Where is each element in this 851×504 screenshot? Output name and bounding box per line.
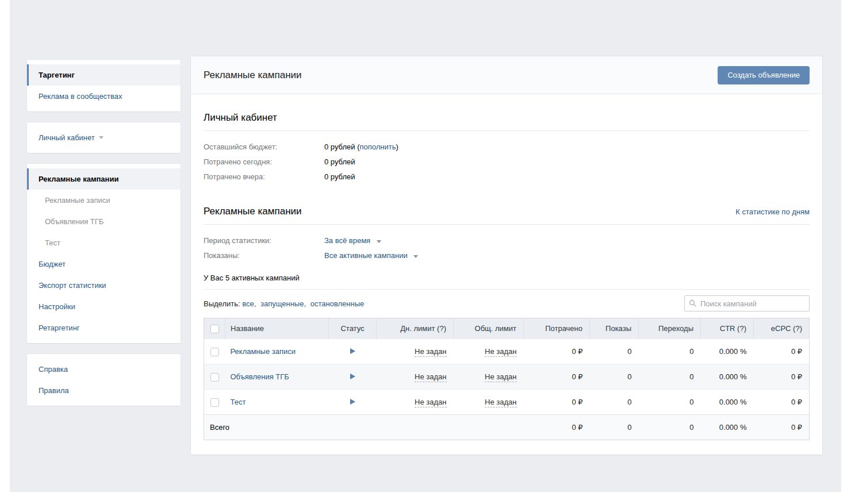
sidebar-item-community-ads[interactable]: Реклама в сообществах [27,86,181,107]
col-total-limit: Общ. лимит [454,318,524,339]
stats-period-label: Период статистики: [204,233,324,248]
play-icon[interactable] [350,399,355,405]
daily-limit-value[interactable]: Не задан [415,347,446,357]
chevron-down-icon [99,136,103,139]
layout: Таргетинг Реклама в сообществах Личный к… [10,0,841,455]
ecpc-value: 0 ₽ [754,364,810,390]
clicks-value: 0 [639,390,701,415]
top-up-link[interactable]: пополнить [359,143,396,151]
ecpc-value: 0 ₽ [754,339,810,364]
total-limit-value[interactable]: Не задан [485,347,516,357]
row-checkbox[interactable] [210,348,219,356]
budget-amount: 0 рублей [324,143,355,151]
sidebar-item-personal-cabinet[interactable]: Личный кабинет [27,127,181,148]
divider [204,224,810,225]
stats-period-dropdown[interactable]: За всё время [324,233,381,248]
sidebar-item-test[interactable]: Тест [27,232,181,253]
play-icon[interactable] [350,348,355,354]
header-checkbox-cell [204,318,225,339]
create-ad-button[interactable]: Создать объявление [718,66,810,84]
search-input[interactable] [684,295,810,311]
campaign-search [684,295,810,311]
sidebar-item-rules[interactable]: Правила [27,380,181,401]
chevron-down-icon [377,240,381,243]
spent-value: 0 ₽ [524,364,590,390]
sidebar-item-tgb-ads[interactable]: Объявления ТГБ [27,211,181,232]
spent-value: 0 ₽ [524,390,590,415]
page-title: Рекламные кампании [204,70,302,81]
sidebar-item-help[interactable]: Справка [27,359,181,380]
panel-header: Рекламные кампании Создать объявление [191,56,822,94]
sidebar-group-cabinet: Личный кабинет [26,122,181,153]
col-spent: Потрачено [524,318,590,339]
divider [204,130,810,131]
sidebar-item-label: Рекламные записи [45,196,110,205]
col-impressions: Показы [590,318,639,339]
comma: , [254,299,256,308]
budget-remaining-label: Оставшийся бюджет: [204,140,324,155]
campaign-name-link[interactable]: Тест [231,398,246,406]
total-limit-value[interactable]: Не задан [485,372,516,382]
shown-filter-value: Все активные кампании [324,251,408,260]
table-row: Объявления ТГБ Не задан Не задан 0 ₽ 0 0… [204,364,810,390]
sidebar-item-targeting[interactable]: Таргетинг [27,64,181,86]
campaign-filters: Период статистики: За всё время Показаны… [204,233,810,263]
spent-yesterday-value: 0 рублей [324,170,355,184]
daily-limit-value[interactable]: Не задан [415,372,446,382]
sidebar-item-retargeting[interactable]: Ретаргетинг [27,317,181,338]
sidebar-item-ad-campaigns[interactable]: Рекламные кампании [27,168,181,190]
col-ctr[interactable]: CTR (?) [701,318,754,339]
col-clicks: Переходы [639,318,701,339]
daily-stats-link[interactable]: К статистике по дням [735,207,810,216]
play-icon[interactable] [350,374,355,379]
spent-today-value: 0 рублей [324,155,355,170]
select-all-checkbox[interactable] [210,325,219,333]
col-ecpc[interactable]: eCPC (?) [754,318,810,339]
ctr-value: 0.000 % [701,364,754,390]
panel-body: Личный кабинет Оставшийся бюджет: 0 рубл… [191,94,822,455]
sidebar-group-help: Справка Правила [26,353,181,406]
campaign-name-link[interactable]: Рекламные записи [231,347,296,356]
shown-filter-row: Показаны: Все активные кампании [204,248,810,263]
total-limit-value[interactable]: Не задан [485,398,516,407]
total-ctr: 0.000 % [701,415,754,440]
select-all-link[interactable]: все [242,299,254,308]
sidebar-item-ad-posts[interactable]: Рекламные записи [27,190,181,211]
sidebar-item-settings[interactable]: Настройки [27,296,181,317]
sidebar-item-label: Справка [39,365,68,374]
spent-today-row: Потрачено сегодня: 0 рублей [204,155,810,170]
table-row: Рекламные записи Не задан Не задан 0 ₽ 0… [204,339,810,364]
table-total-row: Всего 0 ₽ 0 0 0.000 % 0 ₽ [204,415,810,440]
total-label: Всего [204,415,524,440]
total-impressions: 0 [590,415,639,440]
campaigns-table: Название Статус Дн. лимит (?) Общ. лимит… [204,318,810,440]
spent-yesterday-label: Потрачено вчера: [204,170,324,184]
campaign-name-link[interactable]: Объявления ТГБ [231,372,289,381]
paren: ) [396,143,398,151]
row-checkbox[interactable] [210,373,219,382]
daily-limit-value[interactable]: Не задан [415,398,446,407]
stats-period-value: За всё время [324,236,370,245]
shown-filter-dropdown[interactable]: Все активные кампании [324,248,418,263]
sidebar-item-label: Правила [39,386,69,395]
sidebar-item-label: Личный кабинет [39,133,95,142]
campaigns-section-title: Рекламные кампании [204,206,302,217]
select-links: Выделить: все, запущенные, остановленные [204,299,364,308]
spent-today-label: Потрачено сегодня: [204,155,324,170]
cabinet-section-title: Личный кабинет [204,112,810,124]
sidebar-item-label: Реклама в сообществах [39,92,122,101]
sidebar-item-budget[interactable]: Бюджет [27,253,181,275]
budget-remaining-value: 0 рублей (пополнить) [324,140,398,155]
col-daily-limit[interactable]: Дн. лимит (?) [377,318,454,339]
sidebar-item-label: Бюджет [39,260,66,268]
select-stopped-link[interactable]: остановленные [310,299,365,308]
clicks-value: 0 [639,364,701,390]
sidebar: Таргетинг Реклама в сообществах Личный к… [26,59,181,416]
total-ecpc: 0 ₽ [754,415,810,440]
row-checkbox[interactable] [210,398,219,407]
sidebar-item-export-stats[interactable]: Экспорт статистики [27,275,181,296]
chevron-down-icon [413,255,418,258]
select-running-link[interactable]: запущенные [260,299,304,308]
sidebar-item-label: Объявления ТГБ [45,217,103,226]
sidebar-item-label: Экспорт статистики [39,281,106,290]
